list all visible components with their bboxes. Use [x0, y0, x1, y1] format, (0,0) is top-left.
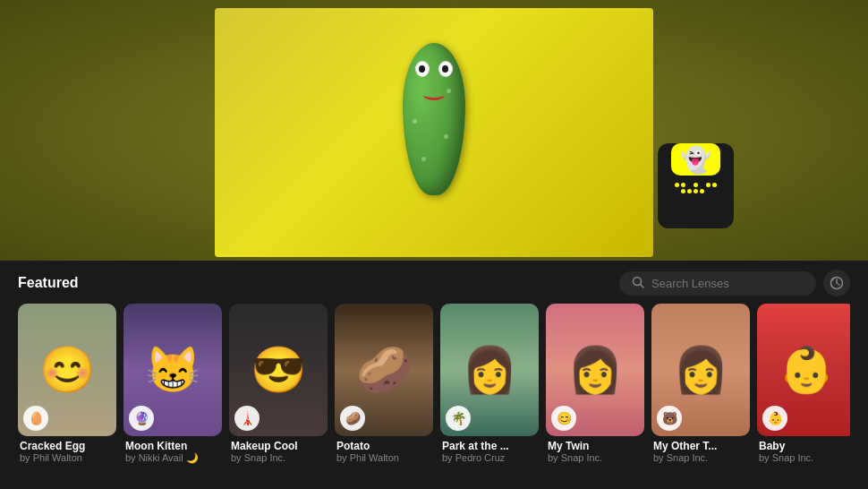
lens-icon-badge: 👶 [762, 406, 787, 431]
lens-author: by Snap Inc. [548, 452, 642, 463]
lens-card-4[interactable]: 🥔 🥔 Potato by Phil Walton [335, 304, 433, 464]
qr-dot [700, 189, 704, 193]
qr-dot [706, 183, 711, 187]
lens-thumbnail: 👶 👶 [757, 304, 850, 436]
pickle-right-eye [438, 61, 453, 77]
lens-info: Cracked Egg by Phil Walton [18, 436, 116, 463]
lens-author: by Pedro Cruz [442, 452, 537, 463]
lens-author: by Snap Inc. [759, 452, 850, 463]
lens-preview[interactable] [215, 8, 653, 257]
lens-author: by Snap Inc. [231, 452, 326, 463]
lens-icon-badge: 🥔 [340, 406, 365, 431]
lens-icon-badge: 🐻 [657, 406, 682, 431]
lens-info: Baby by Snap Inc. [757, 436, 850, 463]
lens-icon-badge: 🌴 [446, 406, 471, 431]
lens-thumbnail: 👩 🌴 [440, 304, 539, 436]
lens-name: Makeup Cool [231, 440, 326, 452]
lens-author: by Phil Walton [20, 452, 115, 463]
featured-title: Featured [18, 275, 79, 291]
lens-info: Moon Kitten by Nikki Avail 🌙 [123, 436, 222, 464]
lens-card-6[interactable]: 👩 😊 My Twin by Snap Inc. [546, 304, 644, 464]
lens-name: My Twin [548, 440, 642, 452]
lens-thumbnail: 👩 🐻 [651, 304, 750, 436]
pickle-body [403, 43, 465, 195]
featured-header: Featured [18, 261, 850, 304]
pickle-face [412, 61, 456, 100]
qr-dot [681, 183, 685, 187]
lens-name: Moon Kitten [125, 440, 220, 452]
qr-dot [687, 189, 692, 193]
qr-dot [675, 189, 679, 193]
lens-name: My Other T... [653, 440, 748, 452]
lens-author: by Snap Inc. [653, 452, 748, 463]
pickle-right-pupil [442, 65, 448, 73]
qr-dot [700, 183, 704, 187]
pickle-character [394, 43, 474, 222]
lens-thumbnail: 👩 😊 [546, 304, 644, 436]
lens-icon-badge: 🗼 [234, 406, 260, 431]
lens-card-7[interactable]: 👩 🐻 My Other T... by Snap Inc. [651, 304, 750, 464]
lens-info: My Other T... by Snap Inc. [651, 436, 750, 463]
search-bar [619, 270, 850, 296]
qr-dot [712, 183, 717, 187]
search-icon [632, 276, 644, 291]
history-button[interactable] [823, 270, 850, 296]
search-input[interactable] [651, 277, 795, 290]
pickle-left-pupil [419, 65, 425, 73]
lens-thumbnail: 😎 🗼 [229, 304, 328, 436]
lens-thumbnail: 😊 🥚 [18, 304, 116, 436]
pickle-left-eye [415, 61, 430, 77]
qr-dot [706, 189, 711, 193]
lens-card-2[interactable]: 😸 🔮 Moon Kitten by Nikki Avail 🌙 [123, 304, 222, 464]
lens-thumbnail: 🥔 🥔 [335, 304, 433, 436]
featured-section: Featured 😊 [0, 261, 868, 489]
lens-author: by Nikki Avail 🌙 [125, 452, 220, 464]
lens-card-1[interactable]: 😊 🥚 Cracked Egg by Phil Walton [18, 304, 116, 464]
hero-content [0, 0, 868, 264]
lens-card-8[interactable]: 👶 👶 Baby by Snap Inc. [757, 304, 850, 464]
snapchat-qr-card[interactable] [658, 143, 734, 228]
lens-name: Baby [759, 440, 850, 452]
qr-dot [681, 189, 685, 193]
lens-name: Park at the ... [442, 440, 537, 452]
search-input-wrapper[interactable] [619, 271, 816, 296]
qr-dot [712, 189, 717, 193]
hero-section [0, 0, 868, 264]
lens-info: Park at the ... by Pedro Cruz [440, 436, 539, 463]
lens-info: Potato by Phil Walton [335, 436, 433, 463]
snapchat-ghost [671, 143, 720, 176]
lens-card-3[interactable]: 😎 🗼 Makeup Cool by Snap Inc. [229, 304, 328, 464]
lens-grid: 😊 🥚 Cracked Egg by Phil Walton 😸 🔮 Moon … [18, 304, 850, 464]
pickle-eyes [415, 61, 453, 77]
lens-name: Cracked Egg [20, 440, 115, 452]
qr-dot [694, 183, 698, 187]
pickle-mouth [423, 90, 445, 100]
qr-pattern [671, 179, 720, 228]
lens-name: Potato [336, 440, 431, 452]
qr-dot [694, 189, 698, 193]
lens-card-5[interactable]: 👩 🌴 Park at the ... by Pedro Cruz [440, 304, 539, 464]
lens-icon-badge: 🔮 [129, 406, 154, 431]
lens-thumbnail: 😸 🔮 [123, 304, 222, 436]
lens-author: by Phil Walton [336, 452, 431, 463]
lens-icon-badge: 🥚 [23, 406, 48, 431]
qr-dot [687, 183, 692, 187]
svg-line-1 [641, 284, 644, 287]
lens-info: Makeup Cool by Snap Inc. [229, 436, 328, 463]
lens-icon-badge: 😊 [551, 406, 576, 431]
qr-dot [675, 183, 679, 187]
lens-info: My Twin by Snap Inc. [546, 436, 644, 463]
